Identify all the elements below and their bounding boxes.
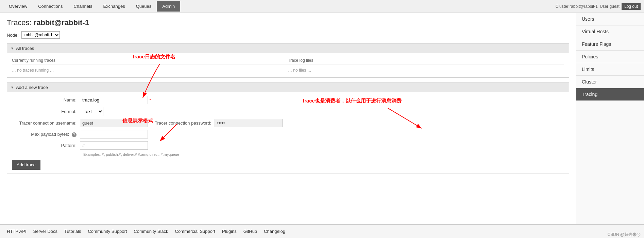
sidebar-item-limits[interactable]: Limits [576, 63, 644, 76]
running-traces-col: Currently running traces … no traces run… [12, 57, 288, 74]
username-label: Tracer connection username: [12, 120, 80, 126]
password-row: Tracer connection password: [155, 119, 283, 127]
password-input[interactable] [215, 119, 283, 127]
add-trace-label: Add a new trace [16, 85, 48, 90]
format-select[interactable]: Text JSON [80, 107, 103, 116]
sidebar-item-virtual-hosts[interactable]: Virtual Hosts [576, 25, 644, 38]
nav-connections[interactable]: Connections [33, 1, 68, 12]
add-trace-button[interactable]: Add trace [12, 160, 40, 170]
user-label: User guest [600, 4, 620, 9]
log-files-header: Trace log files [288, 57, 564, 64]
footer-http-api[interactable]: HTTP API [7, 229, 27, 234]
nav-queues[interactable]: Queues [131, 1, 157, 12]
cluster-label: Cluster rabbit@rabbit-1 [556, 4, 598, 9]
footer: HTTP API Server Docs Tutorials Community… [0, 224, 644, 238]
name-input[interactable] [80, 96, 148, 104]
top-navigation: Overview Connections Channels Exchanges … [0, 0, 644, 13]
log-files-col: Trace log files … no files … [288, 57, 564, 74]
no-traces-running: … no traces running … [12, 67, 288, 74]
max-payload-help-icon[interactable]: ? [72, 132, 77, 137]
password-label: Tracer connection password: [155, 120, 211, 126]
footer-server-docs[interactable]: Server Docs [33, 229, 58, 234]
nav-channels[interactable]: Channels [68, 1, 98, 12]
pattern-input[interactable] [80, 141, 148, 150]
max-payload-label: Max payload bytes: ? [12, 132, 80, 137]
all-traces-body: Currently running traces … no traces run… [7, 53, 569, 78]
footer-community-slack[interactable]: Community Slack [134, 229, 168, 234]
sidebar-item-feature-flags[interactable]: Feature Flags [576, 38, 644, 51]
collapse-icon: ▼ [11, 47, 14, 50]
right-sidebar: Users Virtual Hosts Feature Flags Polici… [576, 13, 644, 224]
no-files: … no files … [288, 67, 564, 74]
sidebar-item-cluster[interactable]: Cluster [576, 76, 644, 88]
nav-exchanges[interactable]: Exchanges [98, 1, 130, 12]
nav-items: Overview Connections Channels Exchanges … [3, 1, 556, 12]
username-input[interactable] [80, 119, 148, 127]
footer-plugins[interactable]: Plugins [222, 229, 237, 234]
footer-changelog[interactable]: Changelog [264, 229, 285, 234]
node-selector-row: Node: rabbit@rabbit-1 [7, 31, 569, 39]
logout-button[interactable]: Log out [622, 3, 641, 10]
main-layout: Traces: rabbit@rabbit-1 Node: rabbit@rab… [0, 13, 644, 224]
nav-overview[interactable]: Overview [3, 1, 33, 12]
collapse-icon-2: ▼ [11, 86, 14, 89]
page-title: Traces: rabbit@rabbit-1 [7, 18, 569, 27]
footer-commercial-support[interactable]: Commercial Support [175, 229, 216, 234]
all-traces-label: All traces [16, 46, 34, 51]
title-node: rabbit@rabbit-1 [34, 18, 89, 27]
username-row: Tracer connection username: Tracer conne… [12, 119, 564, 127]
title-prefix: Traces: [7, 18, 32, 27]
name-required: * [149, 97, 151, 103]
footer-github[interactable]: GitHub [243, 229, 257, 234]
sidebar-item-policies[interactable]: Policies [576, 51, 644, 63]
running-traces-header: Currently running traces [12, 57, 288, 64]
format-label: Format: [12, 109, 80, 114]
pattern-hint: Examples: #, publish.#, deliver.# #.amq.… [80, 152, 564, 156]
add-trace-header[interactable]: ▼ Add a new trace [7, 82, 569, 92]
traces-grid: Currently running traces … no traces run… [12, 57, 564, 74]
footer-community-support[interactable]: Community Support [88, 229, 127, 234]
sidebar-item-users[interactable]: Users [576, 13, 644, 25]
format-row: Format: Text JSON [12, 107, 564, 116]
add-trace-body: Name: * Format: Text JSON Tracer connect… [7, 92, 569, 173]
name-row: Name: * [12, 96, 564, 104]
content-area: Traces: rabbit@rabbit-1 Node: rabbit@rab… [0, 13, 576, 224]
max-payload-input[interactable] [80, 130, 148, 138]
pattern-label: Pattern: [12, 143, 80, 148]
user-info: Cluster rabbit@rabbit-1 User guest Log o… [556, 3, 641, 10]
footer-tutorials[interactable]: Tutorials [64, 229, 81, 234]
node-select[interactable]: rabbit@rabbit-1 [21, 31, 60, 39]
pattern-row: Pattern: [12, 141, 564, 150]
all-traces-header[interactable]: ▼ All traces [7, 43, 569, 53]
nav-admin[interactable]: Admin [157, 1, 180, 12]
name-label: Name: [12, 97, 80, 103]
sidebar-item-tracing[interactable]: Tracing [576, 88, 644, 101]
node-label: Node: [7, 33, 19, 38]
watermark: CSDN @归去来兮 [607, 232, 641, 238]
max-payload-row: Max payload bytes: ? [12, 130, 564, 138]
